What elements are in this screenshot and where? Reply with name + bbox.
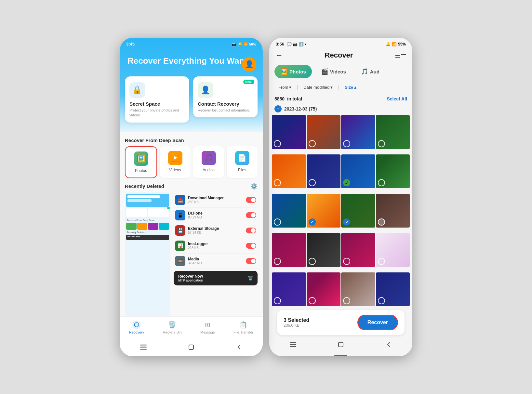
scan-audios[interactable]: 🎵 Audios bbox=[193, 146, 224, 178]
photo-check-2[interactable] bbox=[309, 140, 316, 147]
preview-area: Recover From Deep Scan Recently Deleted … bbox=[120, 192, 263, 316]
sys-back-btn-right[interactable] bbox=[384, 340, 393, 349]
tab-audios[interactable]: 🎵 Aud bbox=[355, 65, 385, 78]
photo-cell-4[interactable] bbox=[376, 115, 410, 149]
toggle-2[interactable] bbox=[246, 228, 256, 233]
photo-check-14[interactable] bbox=[309, 258, 316, 265]
recover-bar-wrapper: 3 Selected 236.6 KB Recover bbox=[269, 307, 412, 337]
filter-date[interactable]: Date modified ▾ bbox=[299, 83, 337, 92]
tab-videos[interactable]: 🎬 Videos bbox=[315, 65, 352, 78]
svg-rect-3 bbox=[189, 345, 193, 349]
photo-check-16[interactable] bbox=[378, 258, 385, 265]
sys-home-btn[interactable] bbox=[187, 343, 196, 352]
photo-check-18[interactable] bbox=[309, 297, 316, 304]
contact-recovery-card[interactable]: New! 👤 Contact Recovery Recover lost con… bbox=[193, 76, 258, 117]
tab-photos[interactable]: 🖼️ Photos bbox=[274, 65, 312, 78]
photo-cell-10[interactable]: ✓ bbox=[307, 194, 341, 228]
photo-check-12[interactable] bbox=[378, 218, 385, 226]
nav-transfer[interactable]: 📋 File Transfer bbox=[233, 321, 253, 334]
nav-message[interactable]: ⊞ Message bbox=[200, 321, 215, 334]
photo-check-20[interactable] bbox=[378, 297, 385, 304]
transfer-icon: 📋 bbox=[239, 321, 248, 329]
right-title: Recover bbox=[325, 51, 353, 59]
nav-recovery[interactable]: Recovery bbox=[129, 321, 144, 334]
scan-videos[interactable]: ▶️ Videos bbox=[160, 146, 191, 178]
photo-cell-20[interactable] bbox=[376, 272, 410, 307]
recover-now-bar[interactable]: Recover Now MTP application 🗑️ bbox=[174, 271, 258, 285]
photo-cell-14[interactable] bbox=[307, 233, 341, 267]
filter-icon[interactable]: ⚙️ bbox=[250, 183, 258, 190]
toggle-0[interactable] bbox=[246, 197, 256, 203]
nav-recycle-label: Recycle Bin bbox=[163, 330, 182, 334]
photo-check-15[interactable] bbox=[343, 258, 350, 265]
photo-cell-18[interactable] bbox=[307, 272, 341, 307]
sys-home-btn-right[interactable] bbox=[336, 340, 345, 349]
photo-cell-13[interactable] bbox=[272, 233, 306, 267]
photo-cell-3[interactable] bbox=[341, 115, 375, 149]
photo-check-4[interactable] bbox=[378, 140, 385, 147]
avatar-button[interactable]: 👤 bbox=[242, 57, 256, 72]
progress-indicator bbox=[334, 355, 347, 356]
menu-button[interactable]: ☰ — bbox=[395, 51, 406, 59]
secret-space-card[interactable]: 🔒 Secret Space Protect your private phot… bbox=[125, 76, 189, 123]
photo-check-5[interactable] bbox=[274, 179, 281, 186]
select-all-button[interactable]: Select All bbox=[387, 96, 407, 101]
svg-rect-5 bbox=[290, 344, 296, 345]
videos-icon: ▶️ bbox=[168, 151, 182, 165]
photo-check-1[interactable] bbox=[274, 140, 281, 147]
photo-cell-6[interactable] bbox=[307, 154, 341, 189]
recently-deleted-title: Recently Deleted bbox=[125, 183, 164, 189]
photo-cell-16[interactable] bbox=[376, 233, 410, 267]
photo-cell-19[interactable] bbox=[341, 272, 375, 307]
app-item: 📊 ImsLogger 218 KB bbox=[174, 238, 258, 254]
photo-check-9[interactable] bbox=[274, 218, 281, 226]
nav-recycle[interactable]: 🗑️ Recycle Bin bbox=[163, 321, 182, 334]
recover-button[interactable]: Recover bbox=[357, 315, 398, 330]
photo-cell-1[interactable] bbox=[272, 115, 306, 149]
status-bar-right: 3:56 💬 📷 ⬇️ • 🔔📶55% bbox=[269, 38, 412, 49]
photo-cell-5[interactable] bbox=[272, 154, 306, 189]
sys-back-btn[interactable] bbox=[234, 343, 244, 352]
sys-menu-btn[interactable] bbox=[139, 343, 148, 352]
photo-cell-17[interactable] bbox=[272, 272, 306, 307]
photo-check-7[interactable]: ✓ bbox=[343, 179, 350, 186]
photo-check-19[interactable] bbox=[343, 297, 350, 304]
photo-cell-8[interactable] bbox=[376, 154, 410, 189]
date-group-header: − 2023-12-03 (75) bbox=[269, 103, 412, 114]
collapse-icon[interactable]: − bbox=[274, 105, 282, 112]
app-icon: 📱 bbox=[175, 210, 185, 220]
app-name: Download Manager bbox=[188, 196, 243, 200]
photo-check-11[interactable]: ✓ bbox=[343, 218, 350, 226]
audios-label: Audios bbox=[203, 168, 215, 172]
photo-check-8[interactable] bbox=[378, 179, 385, 186]
toggle-4[interactable] bbox=[246, 258, 256, 264]
sys-menu-btn-right[interactable] bbox=[288, 340, 298, 349]
feature-cards: 🔒 Secret Space Protect your private phot… bbox=[120, 76, 263, 123]
toggle-1[interactable] bbox=[246, 212, 256, 218]
chevron-down-icon-2: ▾ bbox=[330, 85, 333, 90]
contact-recovery-icon: 👤 bbox=[198, 82, 213, 98]
photo-cell-11[interactable]: ✓ bbox=[341, 194, 375, 228]
filter-size[interactable]: Size ▴ bbox=[341, 83, 360, 92]
time-left: 3:45 bbox=[126, 42, 135, 46]
back-button[interactable]: ← bbox=[276, 51, 283, 59]
photo-check-17[interactable] bbox=[274, 297, 281, 304]
scan-files[interactable]: 📄 Files bbox=[227, 146, 258, 178]
filter-from[interactable]: From ▾ bbox=[274, 83, 295, 92]
photo-check-10[interactable]: ✓ bbox=[309, 218, 316, 226]
recently-deleted-section: Recently Deleted ⚙️ bbox=[120, 178, 263, 192]
nav-transfer-label: File Transfer bbox=[233, 330, 253, 334]
photo-check-6[interactable] bbox=[309, 179, 316, 186]
photo-cell-15[interactable] bbox=[341, 233, 375, 267]
photo-check-13[interactable] bbox=[274, 258, 281, 265]
system-bar-right bbox=[269, 337, 412, 352]
toggle-3[interactable] bbox=[246, 243, 256, 249]
photo-check-3[interactable] bbox=[343, 140, 350, 147]
photo-cell-7[interactable]: ✓ bbox=[341, 154, 375, 189]
app-item: 📥 Download Manager 250 KB bbox=[174, 192, 258, 208]
photo-cell-12[interactable] bbox=[376, 194, 410, 228]
app-icon: 📊 bbox=[175, 241, 185, 251]
photo-cell-2[interactable] bbox=[307, 115, 341, 149]
photo-cell-9[interactable] bbox=[272, 194, 306, 228]
scan-photos[interactable]: 🖼️ Photos bbox=[125, 146, 157, 178]
